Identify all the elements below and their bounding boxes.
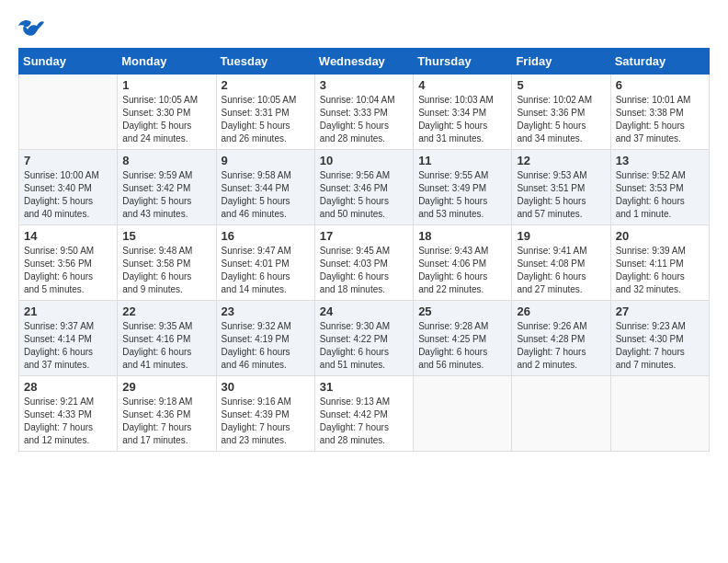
calendar-cell [512,376,610,452]
calendar-cell: 19Sunrise: 9:41 AM Sunset: 4:08 PM Dayli… [512,225,610,301]
calendar-cell: 31Sunrise: 9:13 AM Sunset: 4:42 PM Dayli… [314,376,413,452]
calendar-cell: 8Sunrise: 9:59 AM Sunset: 3:42 PM Daylig… [118,150,216,225]
day-info: Sunrise: 10:03 AM Sunset: 3:34 PM Daylig… [418,94,506,145]
weekday-header-thursday: Thursday [414,49,512,75]
day-info: Sunrise: 9:50 AM Sunset: 3:56 PM Dayligh… [24,245,112,296]
day-info: Sunrise: 9:35 AM Sunset: 4:16 PM Dayligh… [122,320,210,372]
day-info: Sunrise: 9:28 AM Sunset: 4:25 PM Dayligh… [418,320,506,372]
day-info: Sunrise: 9:45 AM Sunset: 4:03 PM Dayligh… [320,245,408,296]
day-number: 28 [24,380,112,394]
day-number: 20 [616,229,704,243]
calendar-cell: 25Sunrise: 9:28 AM Sunset: 4:25 PM Dayli… [414,301,512,376]
weekday-header-sunday: Sunday [19,49,118,75]
day-number: 5 [517,78,605,92]
day-info: Sunrise: 10:04 AM Sunset: 3:33 PM Daylig… [320,94,408,145]
calendar-cell: 21Sunrise: 9:37 AM Sunset: 4:14 PM Dayli… [19,301,118,376]
calendar-cell: 17Sunrise: 9:45 AM Sunset: 4:03 PM Dayli… [314,225,413,301]
calendar-cell: 29Sunrise: 9:18 AM Sunset: 4:36 PM Dayli… [118,376,216,452]
day-info: Sunrise: 9:41 AM Sunset: 4:08 PM Dayligh… [517,245,605,296]
day-number: 19 [517,229,605,243]
day-number: 14 [24,229,112,243]
day-info: Sunrise: 10:01 AM Sunset: 3:38 PM Daylig… [616,94,704,145]
day-number: 27 [616,304,704,318]
day-info: Sunrise: 9:21 AM Sunset: 4:33 PM Dayligh… [24,396,112,447]
calendar-week-row: 1Sunrise: 10:05 AM Sunset: 3:30 PM Dayli… [19,75,710,150]
day-info: Sunrise: 10:02 AM Sunset: 3:36 PM Daylig… [517,94,605,145]
day-number: 7 [24,154,112,167]
calendar-cell: 24Sunrise: 9:30 AM Sunset: 4:22 PM Dayli… [314,301,413,376]
day-number: 2 [222,78,310,92]
calendar-cell: 7Sunrise: 10:00 AM Sunset: 3:40 PM Dayli… [19,150,118,225]
day-number: 1 [122,78,210,92]
day-number: 4 [418,78,506,92]
day-info: Sunrise: 9:55 AM Sunset: 3:49 PM Dayligh… [418,169,506,221]
calendar-cell: 20Sunrise: 9:39 AM Sunset: 4:11 PM Dayli… [610,225,709,301]
calendar-cell: 9Sunrise: 9:58 AM Sunset: 3:44 PM Daylig… [216,150,314,225]
calendar-cell: 22Sunrise: 9:35 AM Sunset: 4:16 PM Dayli… [118,301,216,376]
calendar-cell: 11Sunrise: 9:55 AM Sunset: 3:49 PM Dayli… [414,150,512,225]
calendar-cell: 26Sunrise: 9:26 AM Sunset: 4:28 PM Dayli… [512,301,610,376]
calendar-cell: 6Sunrise: 10:01 AM Sunset: 3:38 PM Dayli… [610,75,709,150]
day-number: 12 [517,154,605,167]
day-info: Sunrise: 9:53 AM Sunset: 3:51 PM Dayligh… [517,169,605,221]
calendar-week-row: 28Sunrise: 9:21 AM Sunset: 4:33 PM Dayli… [19,376,710,452]
day-number: 31 [320,380,408,394]
weekday-header-saturday: Saturday [610,49,709,75]
weekday-header-row: SundayMondayTuesdayWednesdayThursdayFrid… [19,49,710,75]
calendar: SundayMondayTuesdayWednesdayThursdayFrid… [18,48,710,452]
day-info: Sunrise: 9:52 AM Sunset: 3:53 PM Dayligh… [616,169,704,221]
calendar-cell: 4Sunrise: 10:03 AM Sunset: 3:34 PM Dayli… [414,75,512,150]
calendar-cell [414,376,512,452]
day-info: Sunrise: 10:05 AM Sunset: 3:31 PM Daylig… [222,94,310,145]
day-number: 11 [418,154,506,167]
calendar-cell: 16Sunrise: 9:47 AM Sunset: 4:01 PM Dayli… [216,225,314,301]
calendar-week-row: 21Sunrise: 9:37 AM Sunset: 4:14 PM Dayli… [19,301,710,376]
calendar-cell [19,75,118,150]
day-number: 13 [616,154,704,167]
day-info: Sunrise: 9:23 AM Sunset: 4:30 PM Dayligh… [616,320,704,372]
day-number: 26 [517,304,605,318]
day-info: Sunrise: 10:05 AM Sunset: 3:30 PM Daylig… [122,94,210,145]
day-info: Sunrise: 9:16 AM Sunset: 4:39 PM Dayligh… [222,396,310,447]
day-number: 18 [418,229,506,243]
day-info: Sunrise: 9:26 AM Sunset: 4:28 PM Dayligh… [517,320,605,372]
day-number: 8 [122,154,210,167]
calendar-week-row: 14Sunrise: 9:50 AM Sunset: 3:56 PM Dayli… [19,225,710,301]
day-number: 10 [320,154,408,167]
calendar-cell: 27Sunrise: 9:23 AM Sunset: 4:30 PM Dayli… [610,301,709,376]
weekday-header-tuesday: Tuesday [216,49,314,75]
day-number: 17 [320,229,408,243]
day-info: Sunrise: 9:43 AM Sunset: 4:06 PM Dayligh… [418,245,506,296]
day-info: Sunrise: 10:00 AM Sunset: 3:40 PM Daylig… [24,169,112,221]
calendar-cell: 2Sunrise: 10:05 AM Sunset: 3:31 PM Dayli… [216,75,314,150]
day-number: 30 [222,380,310,394]
day-number: 22 [122,304,210,318]
calendar-cell: 13Sunrise: 9:52 AM Sunset: 3:53 PM Dayli… [610,150,709,225]
calendar-week-row: 7Sunrise: 10:00 AM Sunset: 3:40 PM Dayli… [19,150,710,225]
calendar-cell: 1Sunrise: 10:05 AM Sunset: 3:30 PM Dayli… [118,75,216,150]
day-info: Sunrise: 9:56 AM Sunset: 3:46 PM Dayligh… [320,169,408,221]
calendar-cell: 12Sunrise: 9:53 AM Sunset: 3:51 PM Dayli… [512,150,610,225]
day-number: 24 [320,304,408,318]
day-info: Sunrise: 9:30 AM Sunset: 4:22 PM Dayligh… [320,320,408,372]
logo-bird-icon [18,18,44,39]
day-number: 15 [122,229,210,243]
calendar-cell: 15Sunrise: 9:48 AM Sunset: 3:58 PM Dayli… [118,225,216,301]
day-number: 9 [222,154,310,167]
day-number: 16 [222,229,310,243]
weekday-header-monday: Monday [118,49,216,75]
day-number: 25 [418,304,506,318]
header [18,18,710,39]
calendar-cell: 23Sunrise: 9:32 AM Sunset: 4:19 PM Dayli… [216,301,314,376]
day-info: Sunrise: 9:59 AM Sunset: 3:42 PM Dayligh… [122,169,210,221]
calendar-cell: 14Sunrise: 9:50 AM Sunset: 3:56 PM Dayli… [19,225,118,301]
day-number: 6 [616,78,704,92]
calendar-cell: 5Sunrise: 10:02 AM Sunset: 3:36 PM Dayli… [512,75,610,150]
day-number: 21 [24,304,112,318]
day-info: Sunrise: 9:13 AM Sunset: 4:42 PM Dayligh… [320,396,408,447]
day-info: Sunrise: 9:58 AM Sunset: 3:44 PM Dayligh… [222,169,310,221]
day-number: 23 [222,304,310,318]
weekday-header-friday: Friday [512,49,610,75]
day-info: Sunrise: 9:48 AM Sunset: 3:58 PM Dayligh… [122,245,210,296]
day-info: Sunrise: 9:37 AM Sunset: 4:14 PM Dayligh… [24,320,112,372]
